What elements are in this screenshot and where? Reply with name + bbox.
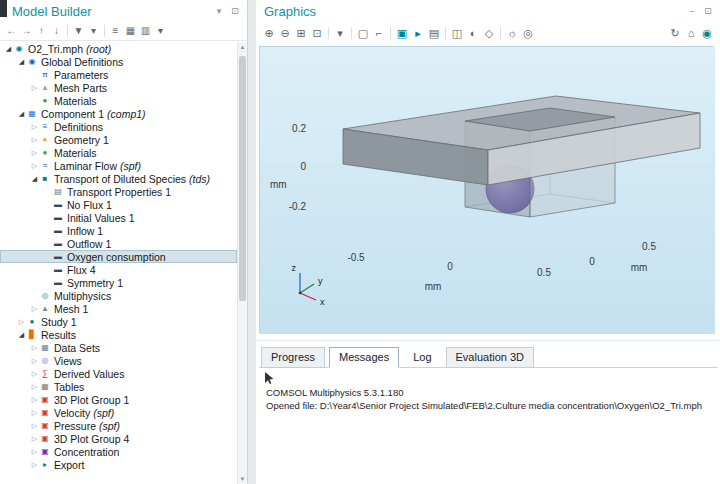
collapsed-arrow-icon[interactable]: ▷ <box>30 149 39 157</box>
tree-item-export[interactable]: ▷▸Export <box>0 458 237 471</box>
collapsed-arrow-icon[interactable]: ▷ <box>30 383 39 391</box>
tree-item-outflow-1[interactable]: ▬Outflow 1 <box>0 237 237 250</box>
tree-item-tables[interactable]: ▷▦Tables <box>0 380 237 393</box>
tree-item-mesh-parts[interactable]: ▷▲Mesh Parts <box>0 81 237 94</box>
print-icon[interactable]: ▤ <box>426 25 442 41</box>
tree-item-parameters[interactable]: πParameters <box>0 68 237 81</box>
expand-all-icon[interactable]: ▥ <box>138 23 153 39</box>
tree-item-materials[interactable]: ▷●Materials <box>0 146 237 159</box>
minimize-panel-icon[interactable]: – <box>686 5 698 17</box>
collapsed-arrow-icon[interactable]: ▷ <box>30 396 39 404</box>
panel-menu-icon[interactable]: ▾ <box>213 5 225 17</box>
select-box-icon[interactable]: ▢ <box>355 25 371 41</box>
scroll-up-icon[interactable]: ▲ <box>238 42 247 52</box>
tree-item-multiphysics[interactable]: ◎Multiphysics <box>0 289 237 302</box>
collapsed-arrow-icon[interactable]: ▷ <box>30 344 39 352</box>
collapsed-arrow-icon[interactable]: ▷ <box>30 162 39 170</box>
panel-splitter[interactable] <box>256 340 720 341</box>
zoom-out-icon[interactable]: ⊖ <box>277 25 293 41</box>
concentration-icon: ▣ <box>39 447 51 456</box>
collapsed-arrow-icon[interactable]: ▷ <box>17 318 26 326</box>
reset-camera-icon[interactable]: ⌂ <box>683 25 699 41</box>
go-to-default-view-icon[interactable]: ⊡ <box>309 25 325 41</box>
collapsed-arrow-icon[interactable]: ▷ <box>30 357 39 365</box>
tree-item-study-1[interactable]: ▷●Study 1 <box>0 315 237 328</box>
tree-item-definitions[interactable]: ▷≡Definitions <box>0 120 237 133</box>
animation-export-icon[interactable]: ▸ <box>410 25 426 41</box>
expanded-arrow-icon[interactable]: ◢ <box>4 45 13 53</box>
tree-item-o2-tri-mph[interactable]: ◢◉O2_Tri.mph(root) <box>0 42 237 55</box>
tree-item-geometry-1[interactable]: ▷●Geometry 1 <box>0 133 237 146</box>
collapsed-arrow-icon[interactable]: ▷ <box>30 136 39 144</box>
tree-item-mesh-1[interactable]: ▷▲Mesh 1 <box>0 302 237 315</box>
move-up-icon[interactable]: ↑ <box>34 23 49 39</box>
tree-item-transport-properties-1[interactable]: ▤Transport Properties 1 <box>0 185 237 198</box>
expanded-arrow-icon[interactable]: ◢ <box>17 58 26 66</box>
tree-item-global-definitions[interactable]: ◢◉Global Definitions <box>0 55 237 68</box>
tab-log[interactable]: Log <box>403 347 441 368</box>
view-menu-icon[interactable]: ▾ <box>332 25 348 41</box>
collapsed-arrow-icon[interactable]: ▷ <box>30 123 39 131</box>
collapsed-arrow-icon[interactable]: ▷ <box>30 409 39 417</box>
collapsed-arrow-icon[interactable]: ▷ <box>30 448 39 456</box>
collapse-all-icon[interactable]: ▦ <box>123 23 138 39</box>
select-mode-icon[interactable]: ⌐ <box>371 25 387 41</box>
collapsed-arrow-icon[interactable]: ▷ <box>30 370 39 378</box>
tree-item-component-1[interactable]: ◢▦Component 1(comp1) <box>0 107 237 120</box>
tree-item-oxygen-consumption[interactable]: ▬Oxygen consumption <box>0 250 237 263</box>
tree-scrollbar[interactable]: ▲ ▼ <box>237 42 247 484</box>
tree-item-derived-values[interactable]: ▷∑Derived Values <box>0 367 237 380</box>
back-icon[interactable]: ← <box>4 23 19 39</box>
tree-item-3d-plot-group-1[interactable]: ▷▣3D Plot Group 1 <box>0 393 237 406</box>
scrollbar-thumb[interactable] <box>239 56 246 301</box>
collapsed-arrow-icon[interactable]: ▷ <box>30 435 39 443</box>
filter-menu-icon[interactable]: ▾ <box>86 23 101 39</box>
tree-item-laminar-flow[interactable]: ▷≈Laminar Flow(spf) <box>0 159 237 172</box>
tree-item-velocity[interactable]: ▷▣Velocity(spf) <box>0 406 237 419</box>
tree-item-symmetry-1[interactable]: ▬Symmetry 1 <box>0 276 237 289</box>
float-panel-icon[interactable]: ⊡ <box>702 5 714 17</box>
collapsed-arrow-icon[interactable]: ▷ <box>30 84 39 92</box>
wireframe-rendering-icon[interactable]: ◇ <box>481 25 497 41</box>
transparency-icon[interactable]: ◐ <box>465 25 481 41</box>
expanded-arrow-icon[interactable]: ◢ <box>30 175 39 183</box>
zoom-in-icon[interactable]: ⊕ <box>261 25 277 41</box>
environment-reflections-icon[interactable]: ◎ <box>520 25 536 41</box>
tab-messages[interactable]: Messages <box>329 347 399 368</box>
rotate-view-icon[interactable]: ↻ <box>667 25 683 41</box>
tree-item-3d-plot-group-4[interactable]: ▷▣3D Plot Group 4 <box>0 432 237 445</box>
collapsed-arrow-icon[interactable]: ▷ <box>30 422 39 430</box>
forward-icon[interactable]: → <box>19 23 34 39</box>
tree-item-initial-values-1[interactable]: ▬Initial Values 1 <box>0 211 237 224</box>
graphics-canvas[interactable]: 0.2 0 -0.2 mm -0.5 0 0.5 mm 0 0.5 mm <box>259 46 714 333</box>
boundary-icon: ▬ <box>52 252 64 261</box>
tree-item-views[interactable]: ▷◎Views <box>0 354 237 367</box>
move-down-icon[interactable]: ↓ <box>49 23 64 39</box>
tree-item-data-sets[interactable]: ▷▦Data Sets <box>0 341 237 354</box>
tree-item-materials[interactable]: ●Materials <box>0 94 237 107</box>
tree-item-transport-of-diluted-species[interactable]: ◢■Transport of Diluted Species(tds) <box>0 172 237 185</box>
plot-settings-icon[interactable]: ◫ <box>449 25 465 41</box>
expanded-arrow-icon[interactable]: ◢ <box>17 331 26 339</box>
zoom-extents-icon[interactable]: ⊞ <box>293 25 309 41</box>
tree-item-flux-4[interactable]: ▬Flux 4 <box>0 263 237 276</box>
tab-evaluation-3d[interactable]: Evaluation 3D <box>446 347 535 368</box>
tree-item-inflow-1[interactable]: ▬Inflow 1 <box>0 224 237 237</box>
snapshot-camera-icon[interactable]: ◉ <box>699 25 715 41</box>
tree-item-results[interactable]: ◢▊Results <box>0 328 237 341</box>
tree-item-no-flux-1[interactable]: ▬No Flux 1 <box>0 198 237 211</box>
collapsed-arrow-icon[interactable]: ▷ <box>30 305 39 313</box>
toolbar-overflow-icon[interactable]: ▾ <box>153 23 168 39</box>
expanded-arrow-icon[interactable]: ◢ <box>17 110 26 118</box>
scene-light-icon[interactable]: ☼ <box>504 25 520 41</box>
image-snapshot-icon[interactable]: ▣ <box>394 25 410 41</box>
model-tree-node-text-icon[interactable]: ≡ <box>108 23 123 39</box>
scroll-down-icon[interactable]: ▼ <box>238 474 247 484</box>
collapsed-arrow-icon[interactable]: ▷ <box>30 461 39 469</box>
tree-item-label: Views <box>54 355 82 367</box>
filter-icon[interactable]: ▼ <box>71 23 86 39</box>
tree-item-pressure[interactable]: ▷▣Pressure(spf) <box>0 419 237 432</box>
float-panel-icon[interactable]: ⊡ <box>229 5 241 17</box>
tree-item-concentration[interactable]: ▷▣Concentration <box>0 445 237 458</box>
tab-progress[interactable]: Progress <box>261 347 325 368</box>
